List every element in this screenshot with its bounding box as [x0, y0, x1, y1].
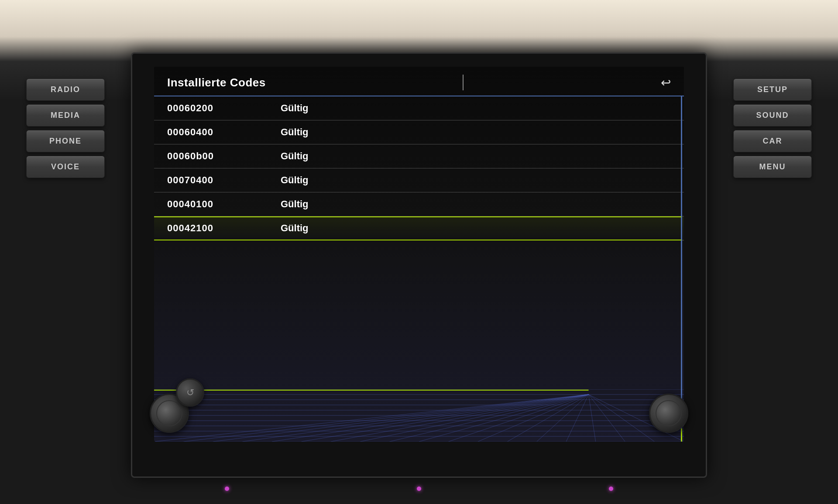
perspective-grid: [154, 389, 684, 442]
indicator-dot-3: [609, 487, 613, 491]
right-nav-knob[interactable]: [649, 394, 688, 433]
car-button[interactable]: CAR: [733, 130, 812, 152]
code-status-4: Gültig: [281, 175, 309, 186]
back-button[interactable]: ↩: [661, 75, 671, 90]
screen-header: Installierte Codes ↩: [154, 67, 684, 96]
voice-button[interactable]: VOICE: [26, 156, 105, 178]
code-row-1[interactable]: 00060200 Gültig: [154, 96, 684, 120]
infotainment-screen: Installierte Codes ↩ 00060200 Gültig 000…: [154, 67, 684, 442]
code-row-5[interactable]: 00040100 Gültig: [154, 192, 684, 216]
reset-icon: ↺: [186, 387, 194, 398]
phone-button[interactable]: PHONE: [26, 130, 105, 152]
top-bezel: [0, 0, 838, 61]
indicator-dot-1: [225, 487, 229, 491]
setup-button[interactable]: SETUP: [733, 79, 812, 101]
code-row-6-highlighted[interactable]: 00042100 Gültig: [154, 216, 684, 240]
menu-button[interactable]: MENU: [733, 156, 812, 178]
dashboard: RADIO MEDIA PHONE VOICE SETUP SOUND CAR …: [0, 0, 838, 504]
radio-button[interactable]: RADIO: [26, 79, 105, 101]
screen-content: Installierte Codes ↩ 00060200 Gültig 000…: [154, 67, 684, 442]
code-row-3[interactable]: 00060b00 Gültig: [154, 144, 684, 168]
code-status-6: Gültig: [281, 223, 309, 234]
code-list: 00060200 Gültig 00060400 Gültig 00060b00…: [154, 96, 684, 442]
code-number-2: 00060400: [167, 127, 254, 138]
header-divider: [463, 75, 464, 90]
code-number-1: 00060200: [167, 103, 254, 114]
code-number-4: 00070400: [167, 175, 254, 186]
code-row-4[interactable]: 00070400 Gültig: [154, 168, 684, 192]
code-number-6: 00042100: [167, 223, 254, 234]
code-status-3: Gültig: [281, 151, 309, 162]
code-status-1: Gültig: [281, 103, 309, 114]
code-row-2[interactable]: 00060400 Gültig: [154, 120, 684, 144]
center-unit: Installierte Codes ↩ 00060200 Gültig 000…: [131, 52, 707, 478]
sound-button[interactable]: SOUND: [733, 104, 812, 127]
code-number-3: 00060b00: [167, 151, 254, 162]
code-number-5: 00040100: [167, 199, 254, 210]
media-button[interactable]: MEDIA: [26, 104, 105, 127]
code-status-2: Gültig: [281, 127, 309, 138]
indicator-dot-2: [417, 487, 421, 491]
left-knob-inner: [156, 400, 182, 426]
right-button-group: SETUP SOUND CAR MENU: [707, 70, 838, 187]
right-knob-inner: [656, 400, 682, 426]
reset-button[interactable]: ↺: [176, 378, 204, 407]
code-status-5: Gültig: [281, 199, 309, 210]
bottom-indicators: [131, 487, 707, 491]
screen-title: Installierte Codes: [167, 76, 266, 89]
left-button-group: RADIO MEDIA PHONE VOICE: [0, 70, 131, 187]
